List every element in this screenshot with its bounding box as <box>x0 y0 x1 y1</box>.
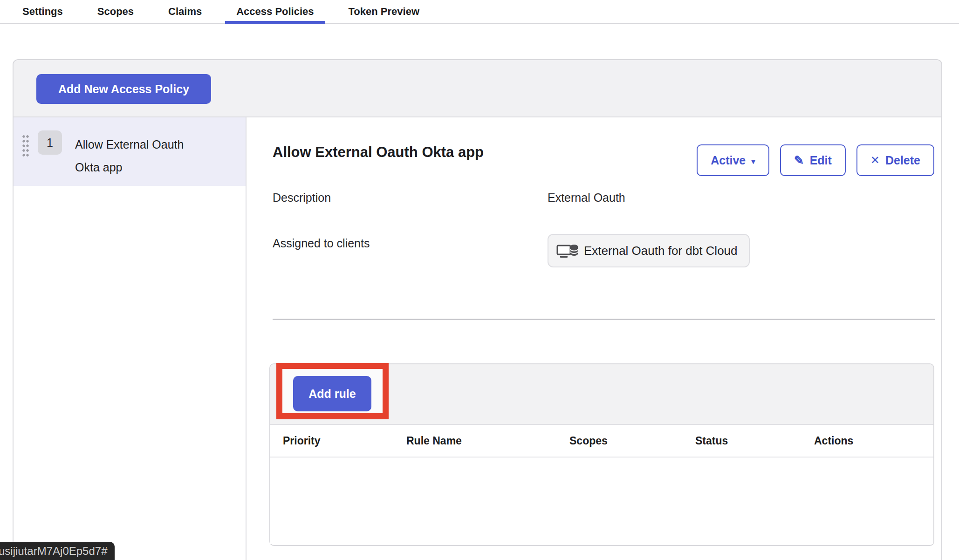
assigned-client-name: External Oauth for dbt Cloud <box>584 244 738 258</box>
edit-button[interactable]: ✎ Edit <box>780 144 846 176</box>
close-x-icon: ✕ <box>870 154 880 167</box>
chevron-down-icon: ▾ <box>751 157 755 166</box>
status-dropdown-button[interactable]: Active ▾ <box>697 144 769 176</box>
delete-button-label: Delete <box>885 154 920 167</box>
add-new-access-policy-button[interactable]: Add New Access Policy <box>36 74 211 104</box>
assigned-client-chip[interactable]: External Oauth for dbt Cloud <box>548 234 750 267</box>
tab-scopes[interactable]: Scopes <box>86 0 145 23</box>
link-preview-tooltip: usijiutarM7Aj0Ep5d7# <box>0 542 115 560</box>
assigned-to-clients-label: Assigned to clients <box>273 237 370 250</box>
rules-panel-header: Add rule <box>270 364 933 425</box>
client-app-icon <box>556 242 578 259</box>
policy-action-buttons: Active ▾ ✎ Edit ✕ Delete <box>697 144 934 176</box>
tab-bar: Settings Scopes Claims Access Policies T… <box>0 0 959 24</box>
section-divider <box>273 319 935 320</box>
access-policies-card: Add New Access Policy 1 Allow External O… <box>13 59 942 560</box>
policy-detail-pane: Allow External Oauth Okta app Active ▾ ✎… <box>247 117 941 560</box>
description-label: Description <box>273 191 331 205</box>
column-header-rule-name: Rule Name <box>406 435 569 447</box>
column-header-priority: Priority <box>283 435 406 447</box>
policy-title: Allow External Oauth Okta app <box>273 144 484 161</box>
policy-list: 1 Allow External Oauth Okta app <box>14 117 247 560</box>
pencil-icon: ✎ <box>794 153 804 168</box>
tab-token-preview[interactable]: Token Preview <box>337 0 431 23</box>
column-header-status: Status <box>695 435 814 447</box>
policy-priority-badge: 1 <box>38 130 62 155</box>
drag-handle-icon[interactable] <box>22 134 29 157</box>
rules-table-body-empty <box>270 458 933 544</box>
description-value: External Oauth <box>548 191 625 205</box>
tab-claims[interactable]: Claims <box>157 0 213 23</box>
link-preview-text: usijiutarM7Aj0Ep5d7# <box>0 542 107 560</box>
card-header-band: Add New Access Policy <box>14 60 941 117</box>
column-header-actions: Actions <box>814 435 933 447</box>
rules-table-header: Priority Rule Name Scopes Status Actions <box>270 425 933 458</box>
delete-button[interactable]: ✕ Delete <box>856 144 934 176</box>
policy-name-label: Allow External Oauth Okta app <box>75 133 210 179</box>
status-dropdown-label: Active <box>711 154 746 167</box>
add-rule-button[interactable]: Add rule <box>293 376 371 411</box>
tab-settings[interactable]: Settings <box>11 0 74 23</box>
column-header-scopes: Scopes <box>569 435 695 447</box>
rules-panel: Add rule Priority Rule Name Scopes Statu… <box>269 363 934 546</box>
policy-list-item-selected[interactable]: 1 Allow External Oauth Okta app <box>14 117 246 186</box>
card-body: 1 Allow External Oauth Okta app Allow Ex… <box>14 117 941 560</box>
tab-access-policies[interactable]: Access Policies <box>225 0 325 23</box>
page: Settings Scopes Claims Access Policies T… <box>0 0 959 560</box>
edit-button-label: Edit <box>810 154 832 167</box>
